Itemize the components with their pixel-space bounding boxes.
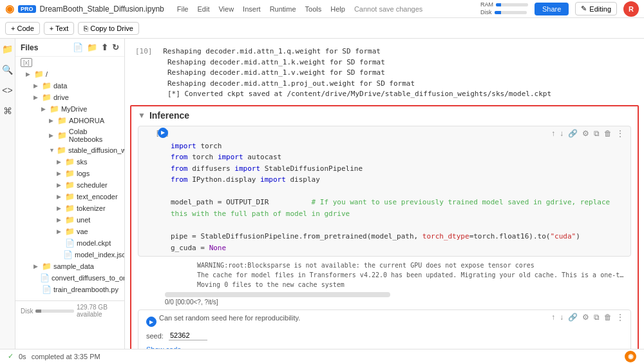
tree-item-vae[interactable]: ▶ 📁 vae (15, 226, 124, 237)
cell-move-down-icon[interactable]: ↓ (558, 128, 565, 139)
tree-label-root: / (46, 70, 48, 78)
seed-delete-icon[interactable]: 🗑 (603, 311, 613, 323)
seed-link-icon[interactable]: 🔗 (567, 311, 579, 323)
new-file-icon[interactable]: 📄 (73, 43, 83, 52)
tree-item-colab[interactable]: ▶ 📁 Colab Notebooks (15, 126, 124, 144)
seed-run-button[interactable]: ▶ (146, 317, 156, 327)
cell-copy-icon[interactable]: ⧉ (592, 128, 601, 139)
menu-edit[interactable]: Edit (197, 5, 209, 13)
menu-file[interactable]: File (177, 5, 189, 13)
tree-item-mydrive[interactable]: ▶ 📁 MyDrive (15, 103, 124, 115)
command-icon[interactable]: ⌘ (3, 106, 12, 116)
folder-textenc-icon: 📁 (65, 192, 75, 201)
menu-bar: ◉ PRO DreamBooth_Stable_Diffusion.ipynb … (0, 0, 644, 18)
inference-section: ▼ Inference ▶ [11] import torch from tor… (130, 105, 639, 349)
file-name[interactable]: DreamBooth_Stable_Diffusion.ipynb (40, 5, 164, 14)
folder-unet-icon: 📁 (65, 215, 75, 224)
tree-item-sks[interactable]: ▶ 📁 sks (15, 156, 124, 168)
tree-item-data[interactable]: ▶ 📁 data (15, 80, 124, 92)
tree-item-sdweights[interactable]: ▼ 📁 stable_diffusion_weights (15, 144, 124, 156)
seed-settings-icon[interactable]: ⚙ (581, 311, 591, 323)
code-line-1: import torch (171, 141, 625, 152)
seed-description: Can set random seed here for reproducibi… (159, 314, 300, 322)
status-bar: ✓ 0s completed at 3:35 PM ◉ (0, 349, 644, 363)
menu-runtime[interactable]: Runtime (270, 5, 296, 13)
arrow-scheduler: ▶ (57, 182, 63, 188)
cell-11-run-button[interactable]: ▶ (158, 128, 168, 138)
content-area: [10] Reshaping decoder.mid.attn_1.q.weig… (125, 39, 644, 349)
inference-collapse-arrow[interactable]: ▼ (138, 111, 146, 120)
refresh-icon[interactable]: ↻ (112, 43, 119, 52)
sidebar-header-icons: 📄 📁 ⬆ ↻ (73, 43, 119, 52)
add-text-button[interactable]: + Text (44, 22, 74, 35)
tree-label-adhorua: ADHORUA (69, 117, 104, 124)
menu-help[interactable]: Help (330, 5, 345, 13)
tree-item-textenc[interactable]: ▶ 📁 text_encoder (15, 191, 124, 202)
seed-more-icon[interactable]: ⋮ (615, 311, 625, 323)
tree-item-tokenizer[interactable]: ▶ 📁 tokenizer (15, 202, 124, 214)
copy-to-drive-button[interactable]: ⎘ Copy to Drive (78, 22, 139, 35)
menu-cannot-save: Cannot save changes (354, 5, 422, 13)
warning-1: WARNING:root:Blocksparse is not availabl… (165, 260, 631, 270)
tree-item-convert[interactable]: ▶ 📄 convert_diffusers_to_original_stabl.… (15, 272, 124, 284)
tree-item-modelindex[interactable]: ▶ 📄 model_index.json (15, 249, 124, 260)
tree-label-mydrive: MyDrive (61, 105, 87, 113)
tree-item-scheduler[interactable]: ▶ 📁 scheduler (15, 179, 124, 191)
disk-bottom-label: Disk (21, 308, 33, 315)
search-icon[interactable]: 🔍 (2, 64, 13, 75)
show-code-link[interactable]: Show code (138, 343, 630, 349)
code-line-4: from IPython.display import display (171, 174, 625, 186)
seed-copy-icon[interactable]: ⧉ (592, 311, 601, 323)
cell-delete-icon[interactable]: 🗑 (603, 128, 613, 139)
arrow-data: ▶ (33, 83, 40, 89)
tree-item-train[interactable]: ▶ 📄 train_dreambooth.py (15, 284, 124, 295)
tree-label-unet: unet (77, 216, 90, 224)
new-folder-icon[interactable]: 📁 (87, 43, 97, 52)
cell-10-line5: [*] Converted ckpt saved at /content/dri… (167, 90, 551, 98)
main-layout: 📁 🔍 <> ⌘ Files 📄 📁 ⬆ ↻ [x] ▶ 📁 / ▶ 📁 (0, 39, 644, 349)
tree-item-adhorua[interactable]: ▶ 📁 ADHORUA (15, 115, 124, 126)
file-modelckpt-icon: 📄 (65, 239, 75, 248)
cell-link-icon[interactable]: 🔗 (567, 128, 579, 139)
cell-settings-icon[interactable]: ⚙ (581, 128, 591, 139)
menu-view[interactable]: View (218, 5, 234, 13)
folder-adhorua-icon: 📁 (57, 116, 67, 125)
tree-item-x[interactable]: [x] (15, 57, 124, 68)
tree-item-logs[interactable]: ▶ 📁 logs (15, 168, 124, 179)
share-button[interactable]: Share (535, 3, 569, 15)
tree-item-drive[interactable]: ▶ 📁 drive (15, 92, 124, 103)
cell-move-up-icon[interactable]: ↑ (550, 128, 556, 139)
progress-text: 0/0 [00:00<?, ?it/s] (165, 299, 631, 306)
status-right: ◉ (625, 351, 636, 362)
cell-more-icon[interactable]: ⋮ (615, 128, 625, 139)
menu-insert[interactable]: Insert (243, 5, 261, 13)
tree-item-root[interactable]: ▶ 📁 / (15, 68, 124, 80)
tree-item-modelckpt[interactable]: ▶ 📄 model.ckpt (15, 237, 124, 249)
tree-label-modelckpt: model.ckpt (77, 239, 111, 247)
menu-tools[interactable]: Tools (305, 5, 322, 13)
seed-input[interactable] (169, 331, 207, 340)
add-code-button[interactable]: + Code (5, 22, 40, 35)
code-icon[interactable]: <> (2, 85, 12, 95)
seed-move-up-icon[interactable]: ↑ (550, 311, 556, 323)
pro-badge: PRO (18, 5, 36, 13)
cell-11: ▶ [11] import torch from torch import au… (138, 126, 631, 257)
folder-sdweights-icon: 📁 (57, 146, 66, 155)
cell-10-line4: Reshaping decoder.mid.attn_1.proj_out.we… (167, 79, 415, 88)
seed-move-down-icon[interactable]: ↓ (558, 311, 565, 323)
sidebar-header: Files 📄 📁 ⬆ ↻ (15, 39, 124, 57)
disk-progress-fill (495, 11, 501, 14)
editing-button[interactable]: ✎ Editing (575, 2, 617, 15)
tree-item-sampledata[interactable]: ▶ 📁 sample_data (15, 260, 124, 272)
arrow-sks: ▶ (57, 159, 63, 165)
upload-icon[interactable]: ⬆ (101, 43, 108, 52)
tree-item-unet[interactable]: ▶ 📁 unet (15, 214, 124, 226)
arrow-unet: ▶ (57, 217, 63, 223)
folder-scheduler-icon: 📁 (65, 181, 75, 190)
files-icon[interactable]: 📁 (2, 44, 13, 54)
warning-2: The cache for model files in Transformer… (165, 270, 631, 280)
arrow-tokenizer: ▶ (57, 205, 63, 211)
cell-11-progress: 0/0 [00:00<?, ?it/s] (165, 292, 631, 306)
status-check-icon: ✓ (8, 352, 14, 360)
tree-label-scheduler: scheduler (77, 181, 108, 189)
